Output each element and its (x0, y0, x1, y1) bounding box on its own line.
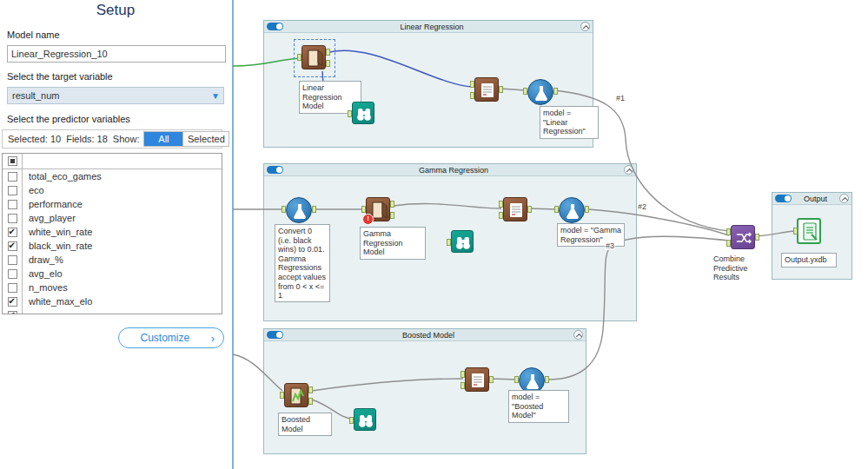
field-row[interactable]: white_max_elo (3, 294, 222, 308)
input-anchor[interactable] (523, 88, 527, 95)
collapse-icon[interactable] (573, 330, 583, 340)
chevron-right-icon: › (211, 332, 215, 345)
field-row[interactable]: n_moves (3, 281, 222, 294)
output-anchor[interactable] (553, 88, 558, 95)
wire-label-2: #2 (637, 202, 647, 211)
output-anchor-r[interactable] (308, 398, 313, 405)
field-checkbox[interactable] (8, 311, 17, 315)
output-anchor[interactable] (312, 206, 316, 213)
customize-button[interactable]: Customize › (118, 327, 224, 348)
field-checkbox-cell[interactable] (3, 183, 23, 197)
collapse-icon[interactable] (839, 194, 849, 203)
boosted-model-tool[interactable] (284, 383, 308, 407)
output-anchor[interactable] (499, 86, 503, 93)
field-checkbox-cell[interactable] (3, 267, 23, 281)
input-anchor-m[interactable] (461, 382, 465, 389)
model-door-icon (302, 46, 327, 70)
input-anchor[interactable] (297, 54, 301, 61)
model-object-tool[interactable] (527, 79, 553, 105)
output-anchor-r[interactable] (326, 60, 330, 67)
field-checkbox-cell[interactable] (3, 294, 23, 308)
model-object-tool[interactable] (559, 197, 585, 223)
input-anchor[interactable] (793, 228, 798, 234)
input-anchor[interactable] (554, 206, 559, 213)
collapse-icon[interactable] (624, 165, 633, 175)
score-tool[interactable] (465, 367, 489, 392)
container-title: Boosted Model (286, 331, 571, 340)
formula-model-tool[interactable] (286, 197, 312, 223)
input-anchor[interactable] (282, 206, 286, 213)
field-checkbox[interactable] (8, 200, 17, 209)
field-checkbox-cell[interactable] (3, 281, 23, 294)
field-checkbox-cell[interactable] (3, 169, 23, 183)
output-anchor[interactable] (585, 206, 589, 213)
gamma-regression-model-tool[interactable]: ! (366, 197, 390, 221)
input-anchor[interactable] (349, 417, 354, 424)
field-checkbox-cell[interactable] (3, 211, 23, 225)
select-all-checkbox[interactable] (8, 156, 17, 166)
browse-tool[interactable] (451, 230, 474, 253)
input-anchor-1[interactable] (726, 228, 731, 235)
field-checkbox-cell[interactable] (3, 239, 23, 253)
output-anchor[interactable] (527, 206, 532, 213)
linear-regression-model-tool[interactable] (301, 45, 326, 69)
field-row[interactable]: performance (3, 197, 222, 211)
browse-tool[interactable] (354, 408, 376, 431)
show-selected-button[interactable]: Selected (182, 132, 229, 146)
output-anchor[interactable] (755, 234, 759, 241)
input-anchor[interactable] (447, 239, 451, 246)
container-enabled-toggle[interactable] (267, 331, 283, 339)
field-row[interactable]: total_eco_games (3, 169, 222, 183)
field-checkbox[interactable] (8, 228, 17, 237)
show-all-button[interactable]: All (144, 132, 182, 146)
field-checkbox-cell[interactable] (3, 253, 23, 267)
field-checkbox[interactable] (8, 269, 17, 279)
field-checkbox[interactable] (8, 186, 17, 195)
field-row[interactable]: white_win_rate (3, 225, 222, 239)
input-anchor-m[interactable] (499, 212, 503, 219)
field-row[interactable]: black_win_rate (3, 239, 222, 253)
output-anchor[interactable] (489, 376, 494, 383)
output-anchor-o[interactable] (390, 201, 394, 208)
input-anchor-m[interactable] (470, 92, 474, 99)
field-row[interactable]: avg_elo (3, 267, 222, 281)
field-checkbox-cell[interactable] (3, 197, 23, 211)
output-anchor[interactable] (545, 376, 549, 383)
browse-tool[interactable] (352, 102, 374, 124)
field-row[interactable] (3, 308, 222, 314)
model-name-input[interactable] (7, 45, 226, 63)
select-all-cell[interactable] (3, 154, 23, 168)
output-data-tool[interactable] (797, 218, 821, 244)
combine-results-tool[interactable] (731, 225, 755, 249)
output-anchor-r[interactable] (390, 212, 394, 219)
output-anchor-o[interactable] (326, 49, 330, 56)
input-anchor-2[interactable] (726, 240, 731, 247)
input-anchor[interactable] (280, 392, 284, 399)
field-checkbox[interactable] (8, 255, 17, 265)
field-checkbox[interactable] (8, 172, 17, 182)
field-checkbox[interactable] (8, 283, 17, 293)
field-checkbox[interactable] (8, 297, 17, 307)
score-tool[interactable] (474, 77, 499, 102)
input-anchor[interactable] (514, 376, 519, 383)
input-anchor-d[interactable] (470, 81, 474, 88)
target-variable-dropdown[interactable]: result_num ▼ (7, 87, 224, 104)
field-checkbox[interactable] (8, 214, 17, 223)
output-anchor-o[interactable] (308, 386, 313, 393)
field-row[interactable]: avg_player (3, 211, 222, 225)
field-checkbox-cell[interactable] (3, 308, 23, 314)
field-checkbox-cell[interactable] (3, 225, 23, 239)
input-anchor-d[interactable] (461, 371, 465, 378)
container-enabled-toggle[interactable] (267, 166, 283, 174)
input-anchor-d[interactable] (499, 201, 503, 208)
input-anchor[interactable] (348, 110, 352, 117)
input-anchor[interactable] (361, 206, 366, 213)
field-row[interactable]: draw_% (3, 253, 222, 267)
error-badge[interactable]: ! (362, 214, 374, 225)
score-tool[interactable] (503, 197, 527, 221)
container-enabled-toggle[interactable] (775, 195, 792, 202)
field-checkbox[interactable] (8, 241, 17, 251)
collapse-icon[interactable] (580, 22, 590, 31)
container-enabled-toggle[interactable] (267, 23, 283, 30)
field-row[interactable]: eco (3, 183, 222, 197)
